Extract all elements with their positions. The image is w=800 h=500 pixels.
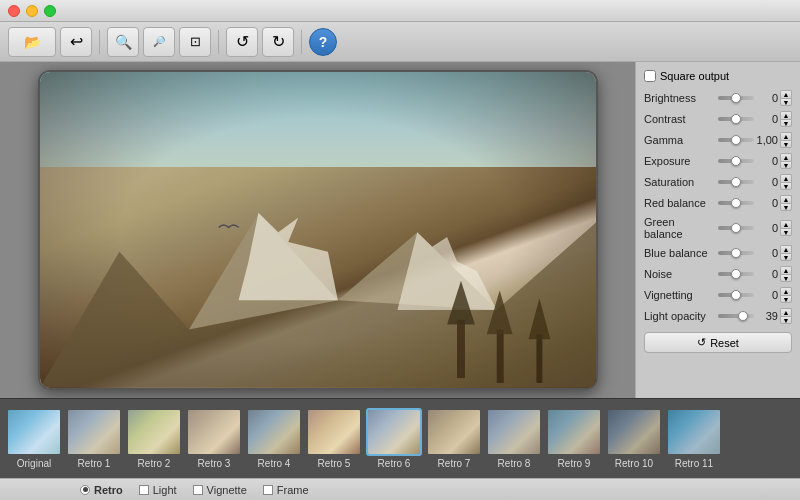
main-area: Square output Brightness 0 ▲ ▼ Contrast …	[0, 62, 800, 398]
stepper-down-10[interactable]: ▼	[780, 316, 792, 324]
slider-thumb-2[interactable]	[731, 135, 741, 145]
filmstrip-item-retro-7[interactable]: Retro 7	[426, 408, 482, 469]
slider-track-4[interactable]	[718, 180, 754, 184]
help-icon: ?	[319, 34, 328, 50]
slider-track-8[interactable]	[718, 272, 754, 276]
tab-label-1: Light	[153, 484, 177, 496]
fit-button[interactable]: ⊡	[179, 27, 211, 57]
stepper-down-2[interactable]: ▼	[780, 140, 792, 148]
filmstrip-item-retro-3[interactable]: Retro 3	[186, 408, 242, 469]
slider-track-0[interactable]	[718, 96, 754, 100]
slider-stepper-2: ▲ ▼	[780, 132, 792, 148]
filmstrip-item-original[interactable]: Original	[6, 408, 62, 469]
rotate-left-button[interactable]: ↺	[226, 27, 258, 57]
filmstrip-thumb-label-10: Retro 10	[615, 458, 653, 469]
tab-light[interactable]: Light	[139, 484, 177, 496]
stepper-up-9[interactable]: ▲	[780, 287, 792, 295]
slider-thumb-3[interactable]	[731, 156, 741, 166]
square-output-label: Square output	[660, 70, 729, 82]
stepper-up-0[interactable]: ▲	[780, 90, 792, 98]
slider-label-7: Blue balance	[644, 247, 716, 259]
tab-frame[interactable]: Frame	[263, 484, 309, 496]
filmstrip-thumb-label-3: Retro 3	[198, 458, 231, 469]
stepper-up-8[interactable]: ▲	[780, 266, 792, 274]
sliders-container: Brightness 0 ▲ ▼ Contrast 0 ▲ ▼ Gamma 1,…	[644, 90, 792, 324]
stepper-down-4[interactable]: ▼	[780, 182, 792, 190]
slider-stepper-5: ▲ ▼	[780, 195, 792, 211]
stepper-down-9[interactable]: ▼	[780, 295, 792, 303]
stepper-down-0[interactable]: ▼	[780, 98, 792, 106]
slider-thumb-1[interactable]	[731, 114, 741, 124]
slider-value-4: 0	[756, 176, 778, 188]
close-button[interactable]	[8, 5, 20, 17]
slider-row-red-balance: Red balance 0 ▲ ▼	[644, 195, 792, 211]
stepper-down-7[interactable]: ▼	[780, 253, 792, 261]
slider-track-6[interactable]	[718, 226, 754, 230]
tab-checkbox-2[interactable]	[193, 485, 203, 495]
filmstrip-item-retro-5[interactable]: Retro 5	[306, 408, 362, 469]
slider-thumb-9[interactable]	[731, 290, 741, 300]
filmstrip-thumb-img-6	[366, 408, 422, 456]
filmstrip-item-retro-8[interactable]: Retro 8	[486, 408, 542, 469]
stepper-up-1[interactable]: ▲	[780, 111, 792, 119]
slider-track-3[interactable]	[718, 159, 754, 163]
rotate-right-button[interactable]: ↻	[262, 27, 294, 57]
stepper-up-3[interactable]: ▲	[780, 153, 792, 161]
slider-thumb-4[interactable]	[731, 177, 741, 187]
filmstrip-item-retro-2[interactable]: Retro 2	[126, 408, 182, 469]
stepper-up-4[interactable]: ▲	[780, 174, 792, 182]
stepper-down-8[interactable]: ▼	[780, 274, 792, 282]
slider-track-9[interactable]	[718, 293, 754, 297]
slider-value-2: 1,00	[756, 134, 778, 146]
slider-thumb-6[interactable]	[731, 223, 741, 233]
stepper-down-1[interactable]: ▼	[780, 119, 792, 127]
stepper-up-10[interactable]: ▲	[780, 308, 792, 316]
slider-thumb-7[interactable]	[731, 248, 741, 258]
tab-retro[interactable]: Retro	[80, 484, 123, 496]
slider-row-exposure: Exposure 0 ▲ ▼	[644, 153, 792, 169]
zoom-out-button[interactable]: 🔎	[143, 27, 175, 57]
undo-button[interactable]: ↩	[60, 27, 92, 57]
filmstrip-item-retro-4[interactable]: Retro 4	[246, 408, 302, 469]
stepper-down-5[interactable]: ▼	[780, 203, 792, 211]
slider-track-2[interactable]	[718, 138, 754, 142]
filmstrip-thumb-img-10	[606, 408, 662, 456]
stepper-up-5[interactable]: ▲	[780, 195, 792, 203]
tab-checkbox-1[interactable]	[139, 485, 149, 495]
slider-track-1[interactable]	[718, 117, 754, 121]
minimize-button[interactable]	[26, 5, 38, 17]
square-output-checkbox[interactable]	[644, 70, 656, 82]
filmstrip-item-retro-9[interactable]: Retro 9	[546, 408, 602, 469]
slider-track-10[interactable]	[718, 314, 754, 318]
maximize-button[interactable]	[44, 5, 56, 17]
filmstrip-thumb-label-7: Retro 7	[438, 458, 471, 469]
stepper-up-2[interactable]: ▲	[780, 132, 792, 140]
reset-button[interactable]: ↺ Reset	[644, 332, 792, 353]
slider-thumb-8[interactable]	[731, 269, 741, 279]
slider-thumb-10[interactable]	[738, 311, 748, 321]
tab-vignette[interactable]: Vignette	[193, 484, 247, 496]
slider-label-3: Exposure	[644, 155, 716, 167]
filmstrip-thumb-label-8: Retro 8	[498, 458, 531, 469]
filmstrip-item-retro-10[interactable]: Retro 10	[606, 408, 662, 469]
slider-track-7[interactable]	[718, 251, 754, 255]
stepper-up-6[interactable]: ▲	[780, 220, 792, 228]
slider-row-brightness: Brightness 0 ▲ ▼	[644, 90, 792, 106]
filmstrip-item-retro-6[interactable]: Retro 6	[366, 408, 422, 469]
rotate-left-icon: ↺	[236, 32, 249, 51]
stepper-up-7[interactable]: ▲	[780, 245, 792, 253]
slider-thumb-0[interactable]	[731, 93, 741, 103]
tab-label-0: Retro	[94, 484, 123, 496]
filmstrip-thumb-img-11	[666, 408, 722, 456]
stepper-down-3[interactable]: ▼	[780, 161, 792, 169]
help-button[interactable]: ?	[309, 28, 337, 56]
tab-checkbox-3[interactable]	[263, 485, 273, 495]
svg-rect-7	[496, 330, 503, 383]
zoom-in-button[interactable]: 🔍	[107, 27, 139, 57]
open-button[interactable]: 📂	[8, 27, 56, 57]
filmstrip-item-retro-1[interactable]: Retro 1	[66, 408, 122, 469]
stepper-down-6[interactable]: ▼	[780, 228, 792, 236]
slider-track-5[interactable]	[718, 201, 754, 205]
slider-thumb-5[interactable]	[731, 198, 741, 208]
filmstrip-item-retro-11[interactable]: Retro 11	[666, 408, 722, 469]
